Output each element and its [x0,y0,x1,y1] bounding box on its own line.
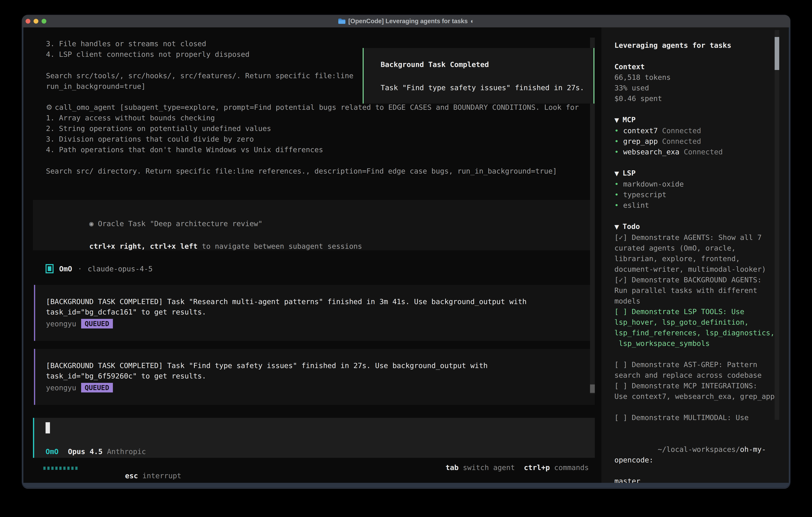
tool-call-detail: 4. Path operations that don't handle Win… [46,145,323,154]
separator-dot: · [78,265,82,273]
todo-item: [✓] Demonstrate BACKGROUND AGENTS: Run p… [614,274,777,306]
tool-call-detail: Search src/ directory. Return specific f… [46,166,557,176]
scrollback-line: Search src/tools/, src/hooks/, src/featu… [46,71,353,80]
tool-call-detail: 3. Division operations that could divide… [46,135,254,144]
interrupt-hint: esc interrupt [82,463,181,483]
hint-text: to navigate between subagent sessions [198,242,362,250]
tool-call-detail: 2. String operations on potentially unde… [46,124,271,133]
status-dot-icon: • [614,127,619,135]
status-dot-icon: • [614,137,619,145]
window-title: [OpenCode] Leveraging agents for tasks [348,18,468,25]
tool-call-line: ⚙ call_omo_agent [subagent_type=explore,… [46,103,579,112]
close-button[interactable] [26,19,30,24]
mcp-name: context7 [623,127,658,135]
status-dot-icon: • [614,180,619,188]
lsp-name: markdown-oxide [623,180,684,188]
lsp-heading: LSP [622,169,636,177]
workspace-path: ~/local-workspaces/oh-my-opencode: maste… [614,433,777,483]
status-dot-icon: • [614,201,619,209]
gear-icon: ⚙ [46,103,52,112]
chevron-down-icon: ▼ [614,116,619,124]
window-titlebar: [OpenCode] Leveraging agents for tasks ◐ [22,15,790,27]
prompt-input[interactable]: OmO Opus 4.5 Anthropic [33,418,595,458]
context-tokens: 66,518 tokens [614,72,777,83]
mcp-item: •context7 Connected [614,125,777,136]
mcp-name: websearch_exa [623,148,679,156]
minimize-button[interactable] [34,19,38,24]
mcp-section-header[interactable]: ▼MCP [614,114,777,125]
todo-item: [ ] Demonstrate MCP INTEGRATIONS: Use co… [614,380,777,402]
todo-item: [ ] Demonstrate MULTIMODAL: Use [614,412,777,423]
tool-call-text: call_omo_agent [subagent_type=explore, p… [55,103,579,112]
path-prefix: ~/local-workspaces/ [658,445,740,454]
chat-scrollbar-thumb[interactable] [590,384,595,393]
mcp-item: •websearch_exa Connected [614,146,777,157]
user-label: yeongyu [46,384,76,392]
branch-name: master [614,476,777,483]
notification-title: Background Task Completed [381,60,489,69]
provider-label: Anthropic [107,447,146,456]
sidebar-scrollbar[interactable] [775,30,779,420]
todo-item: [✓] Demonstrate AGENTS: Show all 7 curat… [614,232,777,274]
mcp-heading: MCP [622,115,636,124]
app-content: 3. File handles or streams not closed 4.… [23,27,789,483]
esc-action: interrupt [142,472,181,480]
folder-icon [338,18,345,24]
traffic-lights [26,19,46,24]
todo-section-header[interactable]: ▼Todo [614,221,777,232]
notification-toast: Background Task Completed Task "Find typ… [362,48,594,104]
task-message-card: [BACKGROUND TASK COMPLETED] Task "Find t… [34,349,595,405]
context-heading: Context [614,61,777,72]
input-status-line: OmO Opus 4.5 Anthropic [46,447,146,456]
todo-heading: Todo [622,222,640,230]
lsp-name: eslint [623,201,649,209]
todo-item: [ ] Demonstrate LSP TOOLS: Use lsp_hover… [614,306,777,349]
status-bar: esc interrupt tab switch agent ctrl+p co… [23,463,595,474]
tab-action: switch agent [463,463,515,472]
desktop: { "titlebar": { "title": "[OpenCode] Lev… [0,0,812,517]
task-message-line: [BACKGROUND TASK COMPLETED] Task "Find t… [46,361,488,370]
lsp-section-header[interactable]: ▼LSP [614,168,777,179]
mcp-status: Connected [662,137,701,145]
activity-spinner-icon [44,467,78,470]
oracle-task-banner: ◉ Oracle Task "Deep architecture review"… [33,200,595,250]
lsp-item: •eslint [614,200,777,211]
mcp-item: •grep_app Connected [614,136,777,146]
mcp-status: Connected [662,127,701,135]
agent-name: OmO [59,265,72,273]
commands-action: commands [554,463,589,472]
queued-badge: QUEUED [81,383,113,392]
sidebar-panel: Leveraging agents for tasks Context 66,5… [601,27,789,483]
session-title: Leveraging agents for tasks [614,40,777,51]
tool-call-detail: 1. Array access without bounds checking [46,113,215,123]
lsp-item: •typescript [614,189,777,200]
esc-key: esc [125,472,138,480]
todo-item: [ ] Demonstrate AST-GREP: Pattern search… [614,359,777,380]
oracle-task-label: Oracle Task "Deep architecture review" [93,219,262,228]
switch-agent-hint: tab switch agent [445,463,515,472]
subagent-nav-hint: ctrl+x right, ctrl+x left to navigate be… [46,234,362,258]
user-label: yeongyu [46,320,76,328]
commands-hint: ctrl+p commands [524,463,589,472]
zoom-button[interactable] [41,19,46,24]
active-agent-label: OmO [46,447,59,456]
task-message-line: [BACKGROUND TASK COMPLETED] Task "Resear… [46,298,527,306]
context-spent: $0.46 spent [614,93,777,104]
session-state-icon: ◐ [470,18,474,25]
model-name: claude-opus-4-5 [88,265,153,273]
queued-badge: QUEUED [81,319,113,328]
agent-icon [46,264,54,273]
mcp-name: grep_app [623,137,658,145]
active-model-label: Opus 4.5 [68,447,103,456]
status-dot-icon: • [614,148,619,156]
scrollback-line: 4. LSP client connections not properly d… [46,50,250,59]
sidebar-scrollbar-thumb[interactable] [775,37,779,70]
hint-keys: ctrl+x right, ctrl+x left [89,242,198,250]
status-dot-icon: • [614,191,619,199]
agent-header: OmO · claude-opus-4-5 [46,264,153,273]
tab-key: tab [445,463,459,472]
oracle-icon: ◉ [89,219,94,228]
scrollback-line: 3. File handles or streams not closed [46,39,206,48]
mcp-status: Connected [684,148,723,156]
lsp-name: typescript [623,191,667,199]
